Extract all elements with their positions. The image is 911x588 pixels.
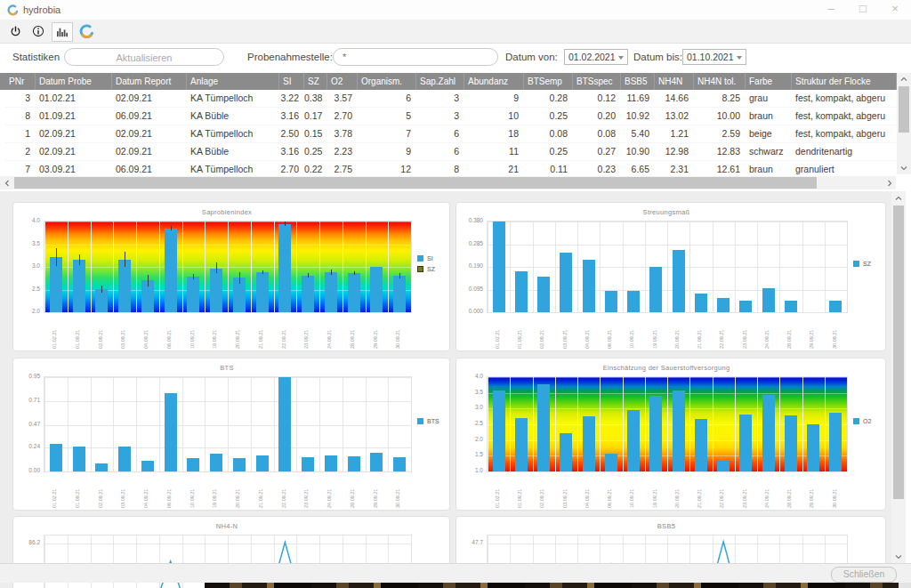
- x-tick-label: 28.09.21: [778, 313, 801, 349]
- column-header[interactable]: NH4N: [655, 73, 694, 90]
- table-cell: 0.38: [304, 90, 327, 107]
- table-cell: 10.92: [621, 108, 655, 125]
- bar: [695, 419, 707, 471]
- table-row[interactable]: 202.09.2102.09.21KA Büble3.160.252.23961…: [5, 143, 897, 161]
- column-header[interactable]: O2: [327, 73, 358, 90]
- error-bar: [101, 286, 102, 293]
- x-tick-label: 22.09.21: [273, 472, 296, 508]
- minimize-icon[interactable]: –: [815, 0, 847, 20]
- legend-item: SI: [417, 255, 435, 262]
- x-axis-labels: 01.02.2101.09.2102.09.2103.09.2104.09.21…: [44, 472, 410, 508]
- bar: [583, 416, 595, 471]
- scrollbar-thumb[interactable]: [899, 86, 909, 133]
- charts-vertical-scrollbar[interactable]: [891, 191, 906, 563]
- y-tick-label: 0.000: [456, 308, 483, 314]
- column-header[interactable]: BTSspec: [573, 73, 621, 90]
- aktualisieren-button[interactable]: Aktualisieren: [64, 48, 224, 66]
- y-tick-label: 2.5: [13, 286, 40, 292]
- scroll-up-icon[interactable]: [897, 73, 911, 85]
- gridline-vertical: [343, 377, 343, 471]
- scrollbar-thumb[interactable]: [14, 177, 817, 189]
- x-tick-label: 23.09.21: [734, 313, 756, 349]
- table-horizontal-scrollbar[interactable]: [0, 176, 896, 189]
- y-tick-label: 86.2: [13, 539, 40, 545]
- x-tick-label: 19.09.21: [204, 472, 227, 508]
- legend-swatch: [417, 266, 423, 272]
- column-header[interactable]: BSB5: [621, 73, 655, 90]
- column-header[interactable]: Farbe: [746, 73, 792, 90]
- x-tick-label: 24.09.21: [756, 313, 778, 349]
- x-axis-labels: 01.02.2101.09.2102.09.2103.09.2104.09.21…: [487, 313, 846, 349]
- y-tick-label: 2.5: [456, 420, 483, 426]
- datum-bis-select[interactable]: 01.10.2021: [682, 49, 746, 65]
- column-header[interactable]: Anlage: [187, 73, 279, 90]
- table-cell: 02.09.21: [112, 125, 187, 142]
- table-row[interactable]: 801.09.2106.09.21KA Büble3.160.172.70531…: [5, 108, 897, 125]
- error-bar: [354, 271, 355, 275]
- bar: [118, 260, 131, 312]
- table-cell: 0.15: [304, 125, 327, 142]
- error-bar: [239, 272, 240, 284]
- column-header[interactable]: NH4N tol.: [694, 73, 746, 90]
- schliessen-button[interactable]: Schließen: [831, 567, 897, 583]
- column-header[interactable]: Sap.Zahl: [416, 73, 464, 90]
- power-icon[interactable]: [5, 22, 25, 40]
- maximize-icon[interactable]: □: [847, 0, 879, 20]
- table-cell: fest, kompakt, abgeru: [792, 125, 897, 142]
- datum-von-select[interactable]: 01.02.2021: [564, 49, 628, 65]
- gridline-vertical: [68, 377, 69, 471]
- table-cell: 3.57: [327, 90, 358, 107]
- scroll-up-icon[interactable]: [891, 191, 906, 205]
- table-cell: 02.09.21: [36, 143, 112, 160]
- close-icon[interactable]: ×: [879, 0, 911, 20]
- y-tick-label: 3.5: [13, 240, 40, 246]
- chart-card: BTS0.950.710.470.240.0001.02.2101.09.210…: [12, 358, 450, 511]
- scroll-down-icon[interactable]: [891, 550, 906, 563]
- y-tick-label: 2.0: [456, 436, 483, 442]
- table-cell: KA Tümpelloch: [187, 90, 279, 107]
- probenahmestelle-input[interactable]: [333, 48, 498, 66]
- column-header[interactable]: Abundanz: [464, 73, 524, 90]
- gridline-horizontal: [44, 377, 411, 378]
- x-tick-label: 24.09.21: [318, 472, 342, 508]
- table-cell: 3.16: [279, 143, 304, 160]
- bar: [348, 273, 360, 312]
- column-header[interactable]: Datum Report: [112, 73, 187, 90]
- y-tick-label: 47.7: [456, 539, 483, 545]
- bar: [165, 229, 177, 312]
- statistics-chart-icon[interactable]: [52, 22, 73, 42]
- column-header[interactable]: SI: [279, 73, 304, 90]
- legend-label: SZ: [863, 261, 871, 267]
- table-row[interactable]: 102.09.2102.09.21KA Tümpelloch2.500.153.…: [5, 125, 897, 143]
- chart-title: BSB5: [487, 522, 846, 530]
- x-tick-label: 22.09.21: [273, 313, 296, 349]
- info-icon[interactable]: [28, 22, 48, 40]
- table-row[interactable]: 301.02.2102.09.21KA Tümpelloch3.220.383.…: [5, 90, 897, 108]
- table-vertical-scrollbar[interactable]: [897, 73, 911, 174]
- hydrobia-logo-icon[interactable]: [77, 22, 96, 40]
- chart-plot: [487, 376, 848, 472]
- error-bar: [148, 275, 149, 286]
- table-cell: 12.83: [694, 143, 746, 160]
- scrollbar-thumb[interactable]: [893, 205, 904, 499]
- column-header[interactable]: Datum Probe: [36, 73, 112, 90]
- column-header[interactable]: SZ: [304, 73, 327, 90]
- table-cell: 9: [464, 90, 524, 107]
- table-row[interactable]: 703.09.2106.09.21KA Tümpelloch2.700.222.…: [5, 161, 897, 174]
- error-bar: [331, 270, 332, 275]
- column-header[interactable]: Struktur der Flocke: [792, 73, 897, 90]
- bar: [165, 393, 177, 471]
- column-header[interactable]: PNr: [5, 73, 36, 90]
- table-cell: braun: [746, 161, 792, 174]
- scroll-down-icon[interactable]: [897, 162, 911, 174]
- x-tick-label: 21.09.21: [250, 313, 273, 349]
- table-cell: 9: [358, 143, 416, 160]
- scroll-left-icon[interactable]: [0, 176, 13, 189]
- scroll-right-icon[interactable]: [883, 176, 896, 189]
- error-bar: [193, 274, 194, 279]
- column-header[interactable]: Organism.: [358, 73, 416, 90]
- table-cell: schwarz: [746, 143, 792, 160]
- table-cell: 6.65: [621, 161, 655, 174]
- table-cell: 0.25: [304, 143, 327, 160]
- column-header[interactable]: BTSemp: [524, 73, 573, 90]
